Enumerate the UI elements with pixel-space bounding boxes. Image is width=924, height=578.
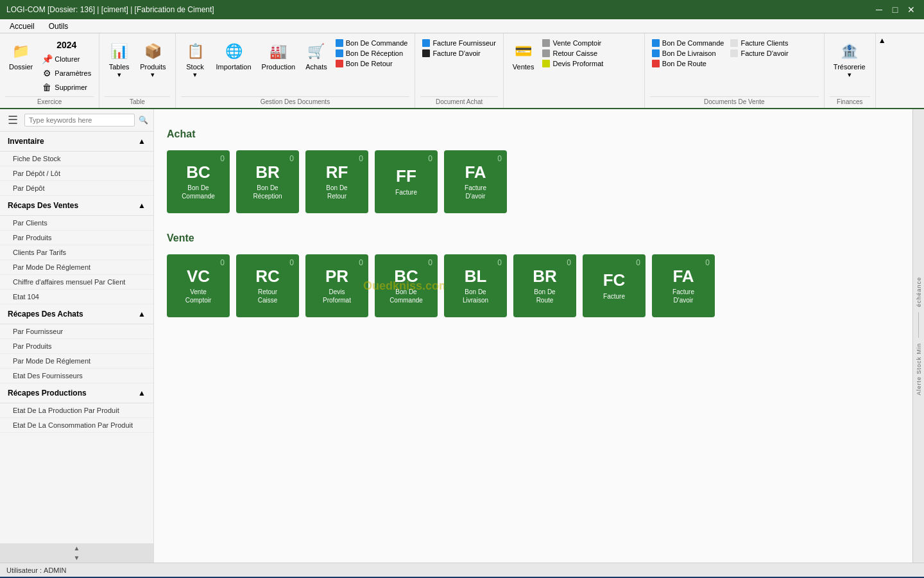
sidebar-section-inventaire[interactable]: Inventaire ▲ <box>0 132 153 152</box>
card-bl[interactable]: 0 BL Bon DeLivraison <box>444 254 507 317</box>
recaps-productions-collapse-icon: ▲ <box>138 389 146 398</box>
ribbon-btn-achats[interactable]: 🛒 Achats <box>302 39 331 73</box>
card-fc[interactable]: 0 FC Facture <box>583 254 646 317</box>
gestion-label: Gestion Des Documents <box>181 96 410 105</box>
doc-item-bc-vente[interactable]: Bon De Commande <box>650 39 726 48</box>
ribbon-btn-ventes[interactable]: 💳 Ventes <box>509 39 538 73</box>
sidebar-section-recaps-achats[interactable]: Récapes Des Achats ▲ <box>0 304 153 324</box>
card-vc-badge: 0 <box>220 258 225 267</box>
sidebar-scroll-up[interactable]: ▲ <box>0 543 153 553</box>
doc-item-bl[interactable]: Bon De Livraison <box>650 49 726 58</box>
ribbon-btn-cloturer[interactable]: 📌 Cloturer <box>39 53 94 66</box>
card-bc[interactable]: 0 BC Bon DeCommande <box>167 150 230 213</box>
maximize-button[interactable]: □ <box>889 3 902 16</box>
card-bc-vente-label: Bon DeCommande <box>389 288 423 304</box>
sidebar-item-etat-production[interactable]: Etat De La Production Par Produit <box>0 403 153 418</box>
ribbon-btn-stock[interactable]: 📋 Stock ▾ <box>181 39 210 82</box>
card-br-badge: 0 <box>289 154 294 163</box>
hamburger-icon[interactable]: ☰ <box>5 113 21 127</box>
sidebar-item-clients-par-tarifs[interactable]: Clients Par Tarifs <box>0 245 153 260</box>
doc-item-facture-avoir[interactable]: Facture D'avoir <box>420 49 497 58</box>
ribbon-btn-tresorerie[interactable]: 🏦 Trésorerie ▾ <box>830 39 869 82</box>
sidebar-section-recaps-ventes[interactable]: Récaps Des Ventes ▲ <box>0 196 153 216</box>
minimize-button[interactable]: ─ <box>873 3 886 16</box>
card-fa-vente[interactable]: 0 FA FactureD'avoir <box>652 254 715 317</box>
sidebar-scroll-down[interactable]: ▼ <box>0 553 153 563</box>
facture-avoir-dot <box>422 49 430 57</box>
ribbon-btn-production[interactable]: 🏭 Production <box>258 39 300 73</box>
bc-vente-dot <box>652 39 660 47</box>
achat-cards-row: 0 BC Bon DeCommande 0 BR Bon DeRéception… <box>167 150 900 213</box>
doc-item-bon-commande[interactable]: Bon De Commande <box>334 39 410 48</box>
card-bc-vente[interactable]: 0 BC Bon DeCommande Ouedkniss.com <box>375 254 438 317</box>
cloturer-icon: 📌 <box>42 54 52 64</box>
retour-caisse-dot <box>542 49 550 57</box>
sidebar-item-par-depot[interactable]: Par Dépôt <box>0 181 153 196</box>
doc-item-facture-fournisseur[interactable]: Facture Fournisseur <box>420 39 497 48</box>
production-icon: 🏭 <box>268 41 289 62</box>
close-button[interactable]: ✕ <box>905 3 918 16</box>
menu-item-outils[interactable]: Outils <box>42 21 75 32</box>
ribbon-btn-dossier[interactable]: 📁 Dossier <box>5 39 37 73</box>
doc-item-br-vente[interactable]: Bon De Route <box>650 59 726 68</box>
right-panel-echeance: échéance <box>916 277 922 307</box>
sidebar-item-par-produits-ventes[interactable]: Par Produits <box>0 231 153 245</box>
doc-item-bon-reception[interactable]: Bon De Réception <box>334 49 410 58</box>
card-ff-abbr: FF <box>396 167 416 186</box>
card-pr[interactable]: 0 PR DevisProformat <box>305 254 368 317</box>
sidebar-item-etat-consommation[interactable]: Etat De La Consommation Par Produit <box>0 418 153 433</box>
content-area: Achat 0 BC Bon DeCommande 0 BR Bon DeRéc… <box>154 109 912 563</box>
card-bc-badge: 0 <box>220 154 225 163</box>
card-fa-achat[interactable]: 0 FA FactureD'avoir <box>444 150 507 213</box>
card-vc[interactable]: 0 VC VenteComptoir <box>167 254 230 317</box>
card-fc-badge: 0 <box>636 258 640 267</box>
sidebar-item-par-mode-reglement-achats[interactable]: Par Mode De Réglement <box>0 354 153 369</box>
sidebar-item-etat-fournisseurs[interactable]: Etat Des Fournisseurs <box>0 369 153 383</box>
card-rc[interactable]: 0 RC RetourCaisse <box>236 254 299 317</box>
card-rf[interactable]: 0 RF Bon DeRetour <box>305 150 368 213</box>
card-bc-vente-abbr: BC <box>394 267 418 286</box>
card-br-vente[interactable]: 0 BR Bon DeRoute <box>513 254 576 317</box>
ribbon-collapse-button[interactable]: ▲ <box>878 36 886 45</box>
inventaire-label: Inventaire <box>8 137 44 146</box>
ribbon-group-docs-vente: Bon De Commande Bon De Livraison Bon De … <box>645 33 825 108</box>
achats-icon: 🛒 <box>306 41 327 62</box>
ribbon-btn-tables[interactable]: 📊 Tables ▾ <box>105 39 133 82</box>
tresorerie-icon: 🏦 <box>839 41 860 62</box>
search-input[interactable] <box>24 114 135 127</box>
supprimer-icon: 🗑 <box>42 82 52 92</box>
ribbon-btn-importation[interactable]: 🌐 Importation <box>212 39 255 73</box>
ribbon-btn-parametres[interactable]: ⚙ Paramètres <box>39 67 94 80</box>
ribbon-btn-supprimer[interactable]: 🗑 Supprimer <box>39 81 94 94</box>
recaps-ventes-collapse-icon: ▲ <box>138 201 146 210</box>
sidebar-item-par-fournisseur[interactable]: Par Fournisseur <box>0 324 153 339</box>
right-panel-alerte: Alerte Stock Min <box>916 343 922 396</box>
sidebar-item-par-depot-lot[interactable]: Par Dépôt / Lôt <box>0 166 153 181</box>
card-rf-label: Bon DeRetour <box>326 184 347 200</box>
menu-item-accueil[interactable]: Accueil <box>3 21 41 32</box>
sidebar-item-par-mode-reglement-ventes[interactable]: Par Mode De Réglement <box>0 260 153 275</box>
title-bar-controls: ─ □ ✕ <box>873 3 918 16</box>
sidebar-item-par-produits-achats[interactable]: Par Produits <box>0 339 153 354</box>
doc-item-devis-proformat[interactable]: Devis Proformat <box>540 59 605 68</box>
sidebar-item-par-clients[interactable]: Par Clients <box>0 216 153 231</box>
doc-item-retour-caisse[interactable]: Retour Caisse <box>540 49 605 58</box>
card-bc-vente-badge: 0 <box>428 258 432 267</box>
ribbon-btn-year[interactable]: 2024 <box>39 39 94 51</box>
doc-item-vente-comptoir[interactable]: Vente Comptoir <box>540 39 605 48</box>
sidebar-section-recaps-productions[interactable]: Récapes Productions ▲ <box>0 383 153 403</box>
tables-icon: 📊 <box>109 41 130 62</box>
doc-item-facture-clients[interactable]: Facture Clients <box>728 39 790 48</box>
bon-commande-dot <box>336 39 343 47</box>
sidebar-item-etat-104[interactable]: Etat 104 <box>0 290 153 304</box>
importation-icon: 🌐 <box>223 41 244 62</box>
doc-item-facture-avoir-vente[interactable]: Facture D'avoir <box>728 49 790 58</box>
card-ff[interactable]: 0 FF Facture <box>375 150 438 213</box>
card-br[interactable]: 0 BR Bon DeRéception <box>236 150 299 213</box>
achat-section-title: Achat <box>167 128 900 140</box>
sidebar-item-ca-mensuel[interactable]: Chiffre d'affaires mensuel Par Client <box>0 275 153 290</box>
doc-item-bon-retour[interactable]: Bon De Retour <box>334 59 410 68</box>
sidebar-item-fiche-stock[interactable]: Fiche De Stock <box>0 152 153 166</box>
ribbon-btn-produits[interactable]: 📦 Produits ▾ <box>136 39 169 82</box>
facture-fournisseur-dot <box>422 39 430 47</box>
